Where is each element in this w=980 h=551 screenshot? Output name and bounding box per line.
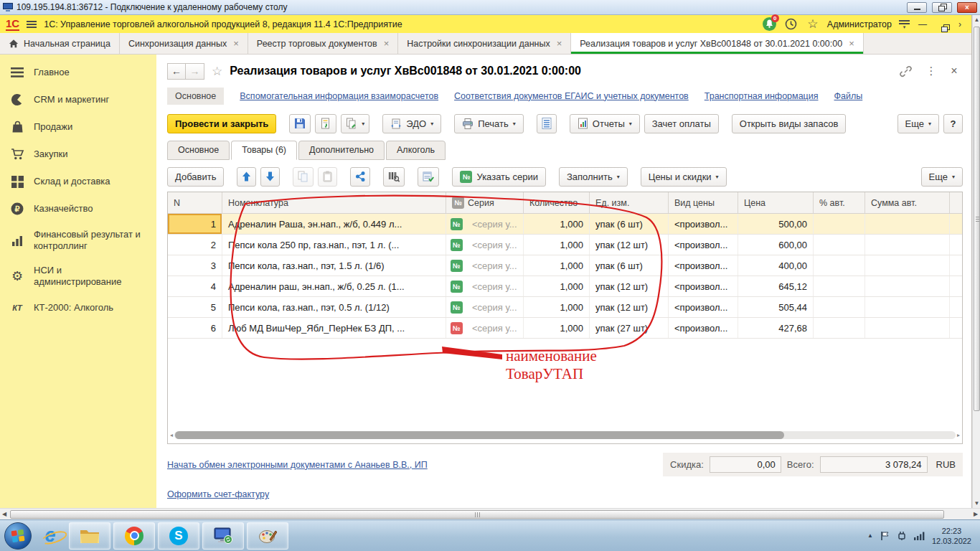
print-button[interactable]: Печать ▾ <box>454 114 524 133</box>
current-user[interactable]: Администратор <box>827 19 892 29</box>
cell-nomenclature[interactable]: Пепси кола 250 пр, газ.нап., пэт, 1 л. (… <box>222 235 446 255</box>
total-field[interactable]: 3 078,24 <box>820 456 928 473</box>
link-transport-info[interactable]: Транспортная информация <box>705 91 819 101</box>
cell-series[interactable]: <серия у... <box>466 235 524 255</box>
scrollbar-thumb[interactable] <box>175 431 784 439</box>
cell-quantity[interactable]: 1,000 <box>524 255 590 276</box>
start-edi-exchange-link[interactable]: Начать обмен электронными документами с … <box>167 460 428 470</box>
scrollbar-thumb[interactable] <box>974 27 980 411</box>
taskbar-ie-button[interactable]: e <box>34 522 66 550</box>
more-menu-dots-icon[interactable]: ⋮ <box>923 65 940 77</box>
cell-row-number[interactable]: 6 <box>168 318 222 338</box>
favorites-star-icon[interactable]: ☆ <box>806 17 820 32</box>
cell-auto-pct[interactable] <box>814 297 865 317</box>
tab-close-icon[interactable]: × <box>384 38 390 49</box>
taskbar-clock[interactable]: 22:23 12.03.2022 <box>932 526 971 546</box>
cell-price-type[interactable]: <произвол... <box>669 297 738 317</box>
cell-price-type[interactable]: <произвол... <box>669 235 738 255</box>
cell-auto-sum[interactable] <box>865 297 950 317</box>
notifications-button[interactable]: 0 <box>763 17 777 32</box>
table-row[interactable]: 2 Пепси кола 250 пр, газ.нап., пэт, 1 л.… <box>168 235 962 255</box>
cell-row-number[interactable]: 4 <box>168 276 222 296</box>
cell-price[interactable]: 500,00 <box>738 214 814 234</box>
cell-quantity[interactable]: 1,000 <box>524 276 590 296</box>
payment-offset-button[interactable]: Зачет оплаты <box>644 114 719 133</box>
rdp-vertical-scrollbar[interactable]: ▲ ▼ <box>972 15 980 508</box>
share-split-button[interactable] <box>350 167 370 187</box>
start-button[interactable] <box>4 522 32 550</box>
functions-menu-icon[interactable]: ▾ <box>899 20 910 28</box>
table-row[interactable]: 3 Пепси кола, газ.нап., пэт, 1.5 л. (1/6… <box>168 255 962 276</box>
cell-auto-pct[interactable] <box>814 214 865 234</box>
link-egais-matching[interactable]: Соответствия документов ЕГАИС и учетных … <box>454 91 689 101</box>
cell-auto-pct[interactable] <box>814 235 865 255</box>
post-and-close-button[interactable]: Провести и закрыть <box>167 114 276 133</box>
tab-close-icon[interactable]: × <box>233 38 239 49</box>
rdp-horizontal-scrollbar[interactable]: ◀ ▶ <box>0 508 980 519</box>
cell-row-number[interactable]: 1 <box>168 214 222 234</box>
subtab-goods[interactable]: Товары (6) <box>231 141 297 160</box>
rdp-minimize-button[interactable] <box>907 2 927 13</box>
cell-auto-pct[interactable] <box>814 276 865 296</box>
prices-discounts-button[interactable]: Цены и скидки ▾ <box>641 167 727 187</box>
fill-button[interactable]: Заполнить ▾ <box>559 167 628 187</box>
table-horizontal-scrollbar[interactable]: ◂ ▸ <box>170 430 960 440</box>
cell-series[interactable]: <серия у... <box>466 214 524 234</box>
post-document-button[interactable] <box>315 114 336 133</box>
sidebar-item-nsi-admin[interactable]: ⚙ НСИ и администрирование <box>0 258 156 294</box>
tab-sync-settings[interactable]: Настройки синхронизации данных × <box>398 33 571 54</box>
cell-series[interactable]: <серия у... <box>466 318 524 338</box>
open-stock-types-button[interactable]: Открыть виды запасов <box>732 114 847 133</box>
sidebar-item-crm[interactable]: CRM и маркетинг <box>0 86 156 113</box>
move-down-button[interactable] <box>260 167 280 187</box>
action-center-flag-icon[interactable] <box>880 531 890 541</box>
tab-home[interactable]: Начальная страница <box>0 33 120 54</box>
app-minimize-button[interactable]: — <box>917 19 928 29</box>
cell-price-type[interactable]: <произвол... <box>669 276 738 296</box>
cell-auto-sum[interactable] <box>865 318 950 338</box>
copy-row-button[interactable] <box>293 167 314 187</box>
paste-row-button[interactable] <box>318 167 337 187</box>
cell-price[interactable]: 600,00 <box>738 235 814 255</box>
taskbar-rdp-button[interactable] <box>202 522 244 550</box>
move-up-button[interactable] <box>237 167 256 187</box>
sidebar-item-main[interactable]: Главное <box>0 59 156 86</box>
favorite-star-icon[interactable]: ☆ <box>212 64 222 79</box>
cell-unit[interactable]: упак (27 шт) <box>590 318 669 338</box>
more-button[interactable]: Еще ▾ <box>897 114 939 133</box>
scroll-left-icon[interactable]: ◀ <box>0 511 9 517</box>
cell-row-number[interactable]: 5 <box>168 297 222 317</box>
cell-auto-sum[interactable] <box>865 276 950 296</box>
cell-price-type[interactable]: <произвол... <box>669 318 738 338</box>
link-files[interactable]: Файлы <box>834 91 863 101</box>
edo-button[interactable]: ЭДО ▾ <box>382 114 441 133</box>
tab-sales-document[interactable]: Реализация товаров и услуг ХвВс001848 от… <box>571 33 863 54</box>
taskbar-paint-button[interactable] <box>247 522 288 550</box>
rdp-close-button[interactable]: × <box>957 2 977 13</box>
cell-row-number[interactable]: 2 <box>168 235 222 255</box>
cell-price-type[interactable]: <произвол... <box>669 214 738 234</box>
sidebar-item-financial-result[interactable]: Финансовый результат и контроллинг <box>0 222 156 258</box>
link-settlement-info[interactable]: Вспомогательная информация взаиморасчето… <box>240 91 438 101</box>
forward-button[interactable]: → <box>186 63 204 80</box>
history-icon[interactable] <box>784 17 798 32</box>
registers-report-button[interactable] <box>537 114 557 133</box>
cell-series[interactable]: <серия у... <box>466 276 524 296</box>
scroll-up-icon[interactable]: ▲ <box>973 17 980 23</box>
power-plug-icon[interactable] <box>897 531 907 541</box>
cell-series[interactable]: <серия у... <box>466 297 524 317</box>
sidebar-item-treasury[interactable]: ₽ Казначейство <box>0 195 156 222</box>
table-more-button[interactable]: Еще ▾ <box>921 167 963 187</box>
get-link-icon[interactable] <box>900 65 917 77</box>
section-main[interactable]: Основное <box>167 88 224 105</box>
cell-unit[interactable]: упак (12 шт) <box>590 276 669 296</box>
specify-series-button[interactable]: № Указать серии <box>452 167 545 187</box>
save-button[interactable] <box>289 114 311 133</box>
main-menu-icon[interactable] <box>27 21 37 28</box>
cell-unit[interactable]: упак (12 шт) <box>590 235 669 255</box>
table-row[interactable]: 1 Адреналин Раша, эн.нап., ж/б, 0.449 л.… <box>168 214 962 235</box>
scroll-left-icon[interactable]: ◂ <box>170 433 173 438</box>
close-form-icon[interactable]: × <box>946 65 963 77</box>
cell-nomenclature[interactable]: Адреналин раш, эн.нап., ж/б, 0.25 л. (1.… <box>222 276 446 296</box>
tab-close-icon[interactable]: × <box>849 38 854 49</box>
